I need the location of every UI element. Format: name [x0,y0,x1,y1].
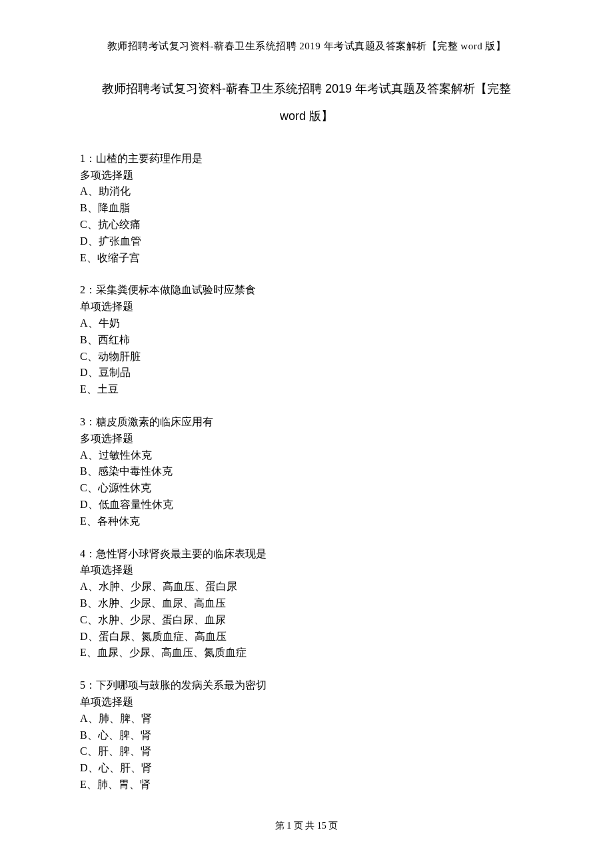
question-option: A、牛奶 [80,315,533,332]
running-header: 教师招聘考试复习资料-蕲春卫生系统招聘 2019 年考试真题及答案解析【完整 w… [80,40,533,53]
question-stem: 3：糖皮质激素的临床应用有 [80,414,533,431]
question-type: 单项选择题 [80,299,533,315]
question-stem: 2：采集粪便标本做隐血试验时应禁食 [80,282,533,299]
footer-total-pages: 15 [317,821,326,831]
question-type: 多项选择题 [80,167,533,184]
question-option: D、蛋白尿、氮质血症、高血压 [80,629,533,645]
question-block: 4：急性肾小球肾炎最主要的临床表现是 单项选择题 A、水肿、少尿、高血压、蛋白尿… [80,546,533,662]
main-title-line-2: word 版】 [80,108,533,124]
question-block: 3：糖皮质激素的临床应用有 多项选择题 A、过敏性休克 B、感染中毒性休克 C、… [80,414,533,530]
document-page: 教师招聘考试复习资料-蕲春卫生系统招聘 2019 年考试真题及答案解析【完整 w… [0,0,613,859]
question-option: B、西红柿 [80,332,533,349]
question-option: D、低血容量性休克 [80,497,533,513]
question-option: E、各种休克 [80,513,533,530]
question-option: E、收缩子宫 [80,250,533,267]
question-option: D、豆制品 [80,365,533,381]
question-option: B、水肿、少尿、血尿、高血压 [80,595,533,612]
question-option: C、肝、脾、肾 [80,743,533,760]
footer-prefix: 第 [275,821,287,831]
question-option: C、抗心绞痛 [80,217,533,233]
question-option: E、血尿、少尿、高血压、氮质血症 [80,645,533,661]
question-option: E、肺、胃、肾 [80,777,533,793]
question-option: C、水肿、少尿、蛋白尿、血尿 [80,612,533,629]
question-option: B、降血脂 [80,200,533,217]
question-option: A、过敏性休克 [80,447,533,464]
question-option: B、心、脾、肾 [80,727,533,744]
question-stem: 1：山楂的主要药理作用是 [80,151,533,167]
question-option: A、肺、脾、肾 [80,711,533,727]
question-option: C、动物肝脏 [80,349,533,365]
question-option: D、扩张血管 [80,233,533,250]
question-block: 5：下列哪项与鼓胀的发病关系最为密切 单项选择题 A、肺、脾、肾 B、心、脾、肾… [80,677,533,793]
question-type: 多项选择题 [80,431,533,447]
question-stem: 5：下列哪项与鼓胀的发病关系最为密切 [80,677,533,694]
question-option: C、心源性休克 [80,480,533,497]
page-footer: 第 1 页 共 15 页 [80,820,533,832]
question-option: A、水肿、少尿、高血压、蛋白尿 [80,579,533,595]
question-block: 2：采集粪便标本做隐血试验时应禁食 单项选择题 A、牛奶 B、西红柿 C、动物肝… [80,282,533,398]
question-type: 单项选择题 [80,562,533,579]
question-option: B、感染中毒性休克 [80,463,533,480]
question-block: 1：山楂的主要药理作用是 多项选择题 A、助消化 B、降血脂 C、抗心绞痛 D、… [80,151,533,267]
footer-middle: 页 共 [291,821,317,831]
question-option: A、助消化 [80,183,533,200]
question-option: D、心、肝、肾 [80,760,533,777]
question-option: E、土豆 [80,381,533,398]
question-type: 单项选择题 [80,694,533,711]
footer-suffix: 页 [326,821,338,831]
main-title-line-1: 教师招聘考试复习资料-蕲春卫生系统招聘 2019 年考试真题及答案解析【完整 [80,79,533,99]
question-stem: 4：急性肾小球肾炎最主要的临床表现是 [80,546,533,563]
